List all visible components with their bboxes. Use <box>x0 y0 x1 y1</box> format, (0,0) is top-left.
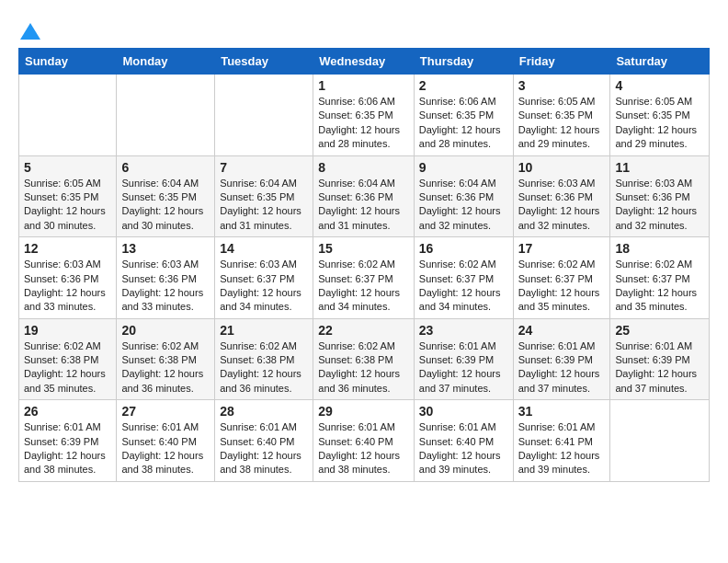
weekday-header-friday: Friday <box>513 49 610 75</box>
day-number: 26 <box>24 404 111 419</box>
calendar-cell: 19Sunrise: 6:02 AM Sunset: 6:38 PM Dayli… <box>19 318 117 400</box>
weekday-header-monday: Monday <box>117 49 215 75</box>
calendar-cell: 22Sunrise: 6:02 AM Sunset: 6:38 PM Dayli… <box>313 318 415 400</box>
day-detail: Sunrise: 6:04 AM Sunset: 6:35 PM Dayligh… <box>121 177 210 234</box>
logo-text <box>18 18 42 42</box>
calendar-week-row: 12Sunrise: 6:03 AM Sunset: 6:36 PM Dayli… <box>19 237 710 319</box>
day-number: 25 <box>615 323 704 338</box>
calendar-cell: 15Sunrise: 6:02 AM Sunset: 6:37 PM Dayli… <box>313 237 415 319</box>
day-number: 16 <box>419 241 508 256</box>
day-detail: Sunrise: 6:03 AM Sunset: 6:36 PM Dayligh… <box>615 177 704 234</box>
day-number: 24 <box>518 323 606 338</box>
calendar-cell: 3Sunrise: 6:05 AM Sunset: 6:35 PM Daylig… <box>513 75 610 156</box>
calendar-week-row: 19Sunrise: 6:02 AM Sunset: 6:38 PM Dayli… <box>19 318 710 400</box>
weekday-header-saturday: Saturday <box>610 49 710 75</box>
day-detail: Sunrise: 6:03 AM Sunset: 6:36 PM Dayligh… <box>24 258 111 315</box>
day-number: 13 <box>121 241 210 256</box>
day-detail: Sunrise: 6:02 AM Sunset: 6:37 PM Dayligh… <box>615 258 704 315</box>
calendar-cell: 11Sunrise: 6:03 AM Sunset: 6:36 PM Dayli… <box>610 155 710 237</box>
day-number: 12 <box>24 241 111 256</box>
day-detail: Sunrise: 6:04 AM Sunset: 6:36 PM Dayligh… <box>318 177 409 234</box>
day-number: 23 <box>419 323 508 338</box>
day-number: 31 <box>518 404 606 419</box>
weekday-header-sunday: Sunday <box>19 49 117 75</box>
day-detail: Sunrise: 6:03 AM Sunset: 6:37 PM Dayligh… <box>220 258 308 315</box>
weekday-header-row: SundayMondayTuesdayWednesdayThursdayFrid… <box>19 49 710 75</box>
day-number: 30 <box>419 404 508 419</box>
day-number: 20 <box>121 323 210 338</box>
day-detail: Sunrise: 6:01 AM Sunset: 6:40 PM Dayligh… <box>419 420 508 477</box>
day-detail: Sunrise: 6:02 AM Sunset: 6:38 PM Dayligh… <box>24 339 111 396</box>
calendar-cell: 12Sunrise: 6:03 AM Sunset: 6:36 PM Dayli… <box>19 237 117 319</box>
calendar-cell: 28Sunrise: 6:01 AM Sunset: 6:40 PM Dayli… <box>215 400 313 482</box>
day-number: 3 <box>518 78 606 93</box>
day-number: 6 <box>121 160 210 175</box>
day-detail: Sunrise: 6:03 AM Sunset: 6:36 PM Dayligh… <box>518 177 606 234</box>
day-detail: Sunrise: 6:05 AM Sunset: 6:35 PM Dayligh… <box>24 177 111 234</box>
weekday-header-tuesday: Tuesday <box>215 49 313 75</box>
svg-marker-0 <box>20 23 40 40</box>
day-detail: Sunrise: 6:02 AM Sunset: 6:38 PM Dayligh… <box>121 339 210 396</box>
day-detail: Sunrise: 6:02 AM Sunset: 6:38 PM Dayligh… <box>318 339 409 396</box>
day-number: 21 <box>220 323 308 338</box>
day-detail: Sunrise: 6:06 AM Sunset: 6:35 PM Dayligh… <box>419 95 508 152</box>
calendar-week-row: 5Sunrise: 6:05 AM Sunset: 6:35 PM Daylig… <box>19 155 710 237</box>
calendar-cell: 10Sunrise: 6:03 AM Sunset: 6:36 PM Dayli… <box>513 155 610 237</box>
day-number: 29 <box>318 404 409 419</box>
calendar-cell: 25Sunrise: 6:01 AM Sunset: 6:39 PM Dayli… <box>610 318 710 400</box>
calendar-cell: 27Sunrise: 6:01 AM Sunset: 6:40 PM Dayli… <box>117 400 215 482</box>
day-detail: Sunrise: 6:01 AM Sunset: 6:39 PM Dayligh… <box>518 339 606 396</box>
day-number: 2 <box>419 78 508 93</box>
calendar-cell: 31Sunrise: 6:01 AM Sunset: 6:41 PM Dayli… <box>513 400 610 482</box>
day-detail: Sunrise: 6:04 AM Sunset: 6:36 PM Dayligh… <box>419 177 508 234</box>
calendar-cell: 21Sunrise: 6:02 AM Sunset: 6:38 PM Dayli… <box>215 318 313 400</box>
day-detail: Sunrise: 6:02 AM Sunset: 6:38 PM Dayligh… <box>220 339 308 396</box>
day-detail: Sunrise: 6:05 AM Sunset: 6:35 PM Dayligh… <box>615 95 704 152</box>
calendar-header <box>18 18 710 39</box>
calendar-cell <box>117 75 215 156</box>
calendar-cell: 1Sunrise: 6:06 AM Sunset: 6:35 PM Daylig… <box>313 75 415 156</box>
calendar-cell: 30Sunrise: 6:01 AM Sunset: 6:40 PM Dayli… <box>414 400 513 482</box>
calendar-cell: 16Sunrise: 6:02 AM Sunset: 6:37 PM Dayli… <box>414 237 513 319</box>
day-detail: Sunrise: 6:01 AM Sunset: 6:40 PM Dayligh… <box>121 420 210 477</box>
calendar-cell: 6Sunrise: 6:04 AM Sunset: 6:35 PM Daylig… <box>117 155 215 237</box>
day-number: 11 <box>615 160 704 175</box>
day-detail: Sunrise: 6:01 AM Sunset: 6:40 PM Dayligh… <box>220 420 308 477</box>
day-number: 22 <box>318 323 409 338</box>
day-number: 10 <box>518 160 606 175</box>
calendar-cell: 5Sunrise: 6:05 AM Sunset: 6:35 PM Daylig… <box>19 155 117 237</box>
calendar-cell: 26Sunrise: 6:01 AM Sunset: 6:39 PM Dayli… <box>19 400 117 482</box>
day-number: 5 <box>24 160 111 175</box>
day-detail: Sunrise: 6:02 AM Sunset: 6:37 PM Dayligh… <box>318 258 409 315</box>
day-number: 19 <box>24 323 111 338</box>
day-number: 28 <box>220 404 308 419</box>
logo-arrow-icon <box>20 23 40 40</box>
calendar-cell: 9Sunrise: 6:04 AM Sunset: 6:36 PM Daylig… <box>414 155 513 237</box>
day-number: 18 <box>615 241 704 256</box>
weekday-header-wednesday: Wednesday <box>313 49 415 75</box>
day-detail: Sunrise: 6:01 AM Sunset: 6:40 PM Dayligh… <box>318 420 409 477</box>
calendar-container: SundayMondayTuesdayWednesdayThursdayFrid… <box>0 0 728 491</box>
day-number: 4 <box>615 78 704 93</box>
day-number: 15 <box>318 241 409 256</box>
calendar-cell: 24Sunrise: 6:01 AM Sunset: 6:39 PM Dayli… <box>513 318 610 400</box>
day-detail: Sunrise: 6:04 AM Sunset: 6:35 PM Dayligh… <box>220 177 308 234</box>
calendar-cell: 13Sunrise: 6:03 AM Sunset: 6:36 PM Dayli… <box>117 237 215 319</box>
calendar-cell <box>215 75 313 156</box>
day-number: 27 <box>121 404 210 419</box>
calendar-cell: 14Sunrise: 6:03 AM Sunset: 6:37 PM Dayli… <box>215 237 313 319</box>
day-number: 14 <box>220 241 308 256</box>
day-number: 17 <box>518 241 606 256</box>
calendar-cell: 7Sunrise: 6:04 AM Sunset: 6:35 PM Daylig… <box>215 155 313 237</box>
day-detail: Sunrise: 6:02 AM Sunset: 6:37 PM Dayligh… <box>518 258 606 315</box>
calendar-table: SundayMondayTuesdayWednesdayThursdayFrid… <box>18 48 710 482</box>
calendar-cell: 2Sunrise: 6:06 AM Sunset: 6:35 PM Daylig… <box>414 75 513 156</box>
day-detail: Sunrise: 6:01 AM Sunset: 6:39 PM Dayligh… <box>615 339 704 396</box>
calendar-cell: 17Sunrise: 6:02 AM Sunset: 6:37 PM Dayli… <box>513 237 610 319</box>
calendar-cell <box>19 75 117 156</box>
calendar-cell <box>610 400 710 482</box>
calendar-cell: 20Sunrise: 6:02 AM Sunset: 6:38 PM Dayli… <box>117 318 215 400</box>
day-number: 1 <box>318 78 409 93</box>
day-number: 9 <box>419 160 508 175</box>
calendar-week-row: 1Sunrise: 6:06 AM Sunset: 6:35 PM Daylig… <box>19 75 710 156</box>
